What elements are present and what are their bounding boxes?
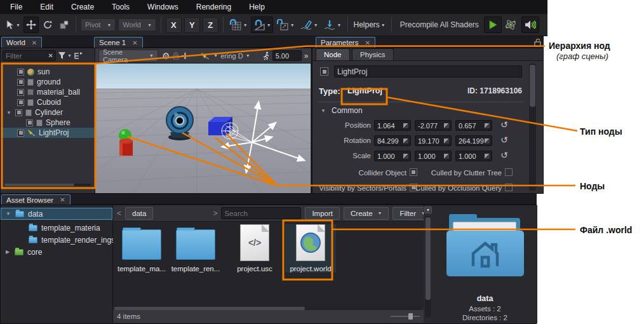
vertical-scrollbar[interactable]: [529, 64, 536, 191]
helpers-dropdown[interactable]: Helpers▼: [352, 17, 387, 33]
search-input[interactable]: [221, 207, 301, 219]
physics-simulation-button[interactable]: [502, 17, 519, 33]
node-row-sphere[interactable]: Sphere: [1, 118, 95, 128]
select-tool-button[interactable]: ▼: [4, 17, 22, 33]
node-enable-checkbox[interactable]: [17, 130, 24, 137]
scale-y-input[interactable]: [415, 152, 443, 160]
lamp-icon[interactable]: [201, 52, 210, 60]
slider-thumb[interactable]: [408, 313, 413, 320]
toolbar-overflow-icon[interactable]: »: [304, 51, 309, 60]
position-y-input[interactable]: [415, 122, 443, 130]
drag-handle-icon[interactable]: [403, 138, 408, 144]
close-icon[interactable]: ✕: [60, 196, 65, 203]
collapse-expander-icon[interactable]: ▼: [6, 110, 12, 116]
node-enable-checkbox[interactable]: [17, 79, 24, 86]
camera-dropdown[interactable]: Scene Camera▼: [98, 50, 158, 62]
drag-handle-icon[interactable]: [485, 154, 490, 159]
tree-row-template-materia[interactable]: template_materia: [1, 222, 112, 234]
rotation-x-input[interactable]: [375, 137, 403, 145]
space-dropdown[interactable]: World▼: [118, 18, 156, 31]
position-x-input[interactable]: [375, 122, 403, 130]
occlusion-query-checkbox[interactable]: [505, 184, 513, 191]
node-enable-checkbox[interactable]: [26, 119, 33, 126]
drop-to-ground-button[interactable]: ▼: [321, 17, 344, 33]
axis-z-button[interactable]: Z: [203, 17, 218, 33]
sound-toggle-button[interactable]: [521, 17, 539, 33]
node-row-ground[interactable]: ground: [1, 77, 95, 87]
axis-x-button[interactable]: X: [166, 17, 182, 33]
play-button[interactable]: [484, 17, 502, 33]
node-name-input[interactable]: [334, 65, 522, 78]
drag-handle-icon[interactable]: [485, 138, 490, 144]
expand-expander-icon[interactable]: ▶: [4, 249, 11, 255]
back-button[interactable]: <: [117, 209, 121, 218]
snap-scale-button[interactable]: ▼: [274, 17, 297, 33]
node-enable-checkbox[interactable]: [17, 89, 24, 96]
drag-handle-icon[interactable]: [485, 123, 490, 128]
close-icon[interactable]: ✕: [32, 39, 37, 46]
move-tool-button[interactable]: [23, 17, 39, 33]
tree-row-template-render[interactable]: template_render_ings: [1, 234, 112, 246]
rendering-debug-dropdown[interactable]: ering D▼: [220, 52, 250, 60]
drag-handle-icon[interactable]: [444, 154, 449, 159]
close-icon[interactable]: ✕: [365, 39, 370, 46]
node-enable-checkbox[interactable]: [17, 69, 24, 76]
drag-handle-icon[interactable]: [444, 138, 449, 144]
menu-item-edit[interactable]: Edit: [32, 1, 61, 13]
focus-crosshair-icon[interactable]: ✛: [182, 51, 189, 61]
file-card-project-world[interactable]: project.world: [285, 224, 336, 273]
breadcrumb-data[interactable]: data: [125, 207, 153, 220]
node-row-material-ball[interactable]: material_ball: [1, 87, 95, 97]
runner-icon[interactable]: [262, 51, 270, 60]
snap-surface-button[interactable]: ▼: [298, 17, 320, 33]
scale-reset-icon[interactable]: ↺: [500, 151, 508, 159]
unlock-icon[interactable]: [534, 38, 542, 47]
scale-x-input[interactable]: [375, 152, 403, 160]
file-card-template-ma[interactable]: template_ma...: [116, 224, 167, 273]
hierarchy-view-icon[interactable]: [74, 51, 83, 60]
rotation-y-input[interactable]: [415, 137, 443, 145]
menu-item-help[interactable]: Help: [241, 1, 272, 13]
common-section-expander-icon[interactable]: ▼: [320, 108, 326, 114]
position-z-input[interactable]: [456, 122, 484, 130]
tab-parameters[interactable]: Parameters✕: [316, 37, 375, 48]
common-section-label[interactable]: Common: [332, 106, 363, 115]
viewport-settings-gear-icon[interactable]: ⚙: [162, 51, 170, 61]
node-row-lightproj[interactable]: LightProj: [1, 128, 95, 138]
node-enabled-checkbox[interactable]: [320, 67, 328, 76]
collapse-preview-button[interactable]: ▼: [424, 206, 432, 213]
vertical-scrollbar[interactable]: [425, 216, 431, 318]
tab-scene[interactable]: Scene 1✕: [94, 37, 143, 48]
node-row-cuboid[interactable]: Cuboid: [1, 97, 95, 107]
node-row-sun[interactable]: sun: [1, 67, 95, 77]
chevron-down-icon[interactable]: ▼: [213, 53, 218, 58]
rotation-z-input[interactable]: [456, 137, 484, 145]
file-card-project-usc[interactable]: </> project.usc: [229, 224, 280, 273]
menu-item-tools[interactable]: Tools: [104, 1, 137, 13]
scene-3d-view[interactable]: [95, 64, 311, 193]
tab-physics[interactable]: Physics: [352, 48, 394, 60]
filter-options-button[interactable]: ▼: [58, 51, 72, 60]
file-card-template-ren[interactable]: template_ren...: [170, 224, 221, 273]
scale-z-input[interactable]: [456, 152, 484, 160]
rotation-reset-icon[interactable]: ↺: [500, 135, 508, 144]
import-button[interactable]: Import: [305, 207, 340, 220]
node-row-cylinder[interactable]: ▼ Cylinder: [1, 107, 95, 118]
menu-item-create[interactable]: Create: [64, 1, 102, 13]
close-icon[interactable]: ✕: [132, 39, 137, 46]
menu-item-file[interactable]: File: [3, 1, 30, 13]
snap-grid-button[interactable]: ▼: [227, 17, 250, 33]
position-reset-icon[interactable]: ↺: [500, 120, 508, 129]
tab-node[interactable]: Node: [316, 48, 350, 60]
create-button[interactable]: Create▼: [344, 207, 389, 220]
node-enable-checkbox[interactable]: [15, 109, 22, 116]
thumbnail-zoom-slider[interactable]: [391, 313, 420, 320]
tree-row-core[interactable]: ▶ core: [1, 246, 112, 258]
tab-world[interactable]: World✕: [1, 37, 42, 48]
forward-button[interactable]: >: [213, 209, 217, 218]
clutter-tree-checkbox[interactable]: [505, 168, 513, 176]
collapse-expander-icon[interactable]: ▼: [5, 211, 11, 217]
node-enable-checkbox[interactable]: [17, 99, 24, 106]
axis-y-button[interactable]: Y: [184, 17, 200, 33]
speed-input[interactable]: [273, 52, 301, 60]
